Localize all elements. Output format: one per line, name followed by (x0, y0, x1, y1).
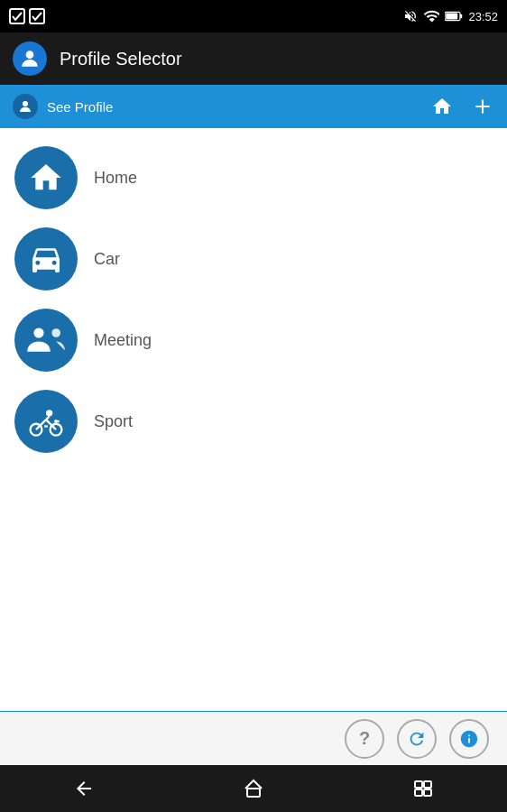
sport-profile-label: Sport (94, 412, 133, 431)
toolbar: See Profile (0, 85, 507, 128)
toolbar-left: See Profile (13, 94, 431, 119)
app-bar: Profile Selector (0, 32, 507, 85)
recents-button[interactable] (394, 770, 452, 807)
svg-rect-4 (447, 14, 458, 20)
svg-rect-21 (415, 789, 422, 796)
svg-rect-19 (415, 781, 422, 788)
svg-rect-3 (460, 14, 462, 19)
back-icon (73, 778, 95, 799)
svg-rect-0 (10, 9, 24, 23)
svg-point-7 (33, 328, 43, 337)
car-profile-label: Car (94, 250, 120, 269)
svg-rect-18 (247, 789, 260, 797)
info-icon (459, 729, 479, 749)
profile-list: Home Car Meeting (0, 128, 507, 471)
status-bar: 23:52 (0, 0, 507, 32)
car-profile-icon-circle (14, 227, 78, 291)
svg-rect-1 (30, 9, 44, 23)
see-profile-label[interactable]: See Profile (47, 99, 113, 115)
nav-bar (0, 765, 507, 812)
back-button[interactable] (55, 770, 113, 807)
profile-item-meeting[interactable]: Meeting (0, 300, 507, 381)
svg-point-11 (46, 410, 52, 416)
notification-icon-2 (29, 8, 45, 24)
sport-profile-icon-circle (14, 390, 78, 453)
mute-icon (403, 9, 418, 23)
add-icon (471, 95, 494, 118)
app-avatar (13, 42, 47, 76)
home-profile-icon-circle (14, 146, 78, 209)
notification-icon-1 (9, 8, 25, 24)
add-profile-button[interactable] (471, 95, 494, 118)
help-icon: ? (359, 728, 370, 749)
home-toolbar-button[interactable] (431, 96, 453, 117)
app-title: Profile Selector (60, 49, 182, 69)
bottom-action-bar: ? (0, 711, 507, 765)
status-time: 23:52 (468, 10, 498, 23)
toolbar-right (431, 95, 494, 118)
wifi-icon (423, 9, 439, 23)
status-bar-right-icons: 23:52 (403, 9, 498, 23)
svg-line-14 (46, 417, 50, 420)
toolbar-profile-icon (13, 94, 38, 119)
profile-item-car[interactable]: Car (0, 218, 507, 300)
meeting-profile-label: Meeting (94, 331, 152, 350)
svg-rect-22 (424, 789, 431, 796)
person-icon (18, 47, 41, 70)
recents-icon (412, 778, 434, 799)
svg-point-8 (51, 328, 60, 337)
profile-item-sport[interactable]: Sport (0, 381, 507, 462)
battery-icon (445, 10, 463, 23)
refresh-icon (407, 729, 427, 749)
sport-profile-icon (26, 403, 66, 439)
home-nav-icon (242, 778, 265, 799)
meeting-profile-icon-circle (14, 309, 78, 372)
status-bar-left-icons (9, 8, 45, 24)
profile-icon (17, 98, 33, 115)
home-icon (431, 96, 453, 117)
svg-point-6 (23, 101, 28, 106)
refresh-button[interactable] (397, 719, 437, 759)
home-profile-icon (28, 160, 64, 196)
profile-item-home[interactable]: Home (0, 137, 507, 218)
svg-point-5 (26, 51, 34, 59)
home-profile-label: Home (94, 169, 137, 188)
svg-rect-20 (424, 781, 431, 788)
car-profile-icon (26, 241, 66, 277)
help-button[interactable]: ? (345, 719, 384, 759)
info-button[interactable] (449, 719, 489, 759)
meeting-profile-icon (24, 322, 68, 358)
home-nav-button[interactable] (224, 770, 283, 807)
